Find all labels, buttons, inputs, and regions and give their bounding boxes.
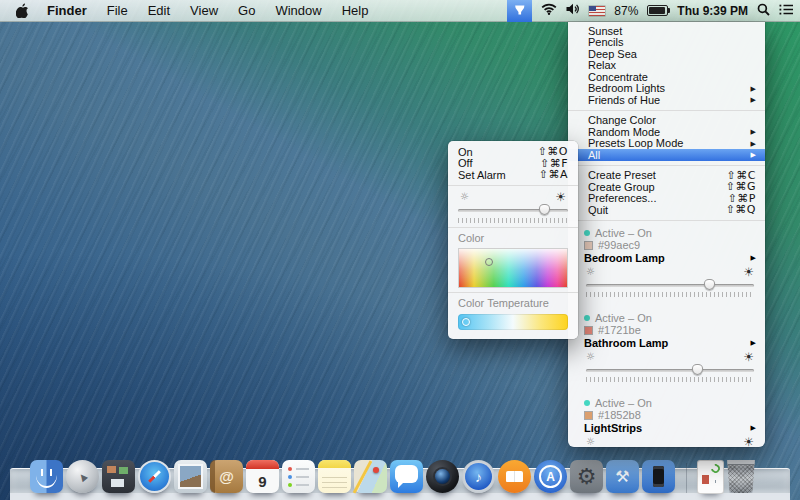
brightness-dim-icon: ☼: [460, 192, 469, 202]
menu-item-label: Change Color: [588, 114, 656, 126]
temperature-marker[interactable]: [462, 318, 470, 326]
light-hex-label: #1721be: [598, 324, 641, 336]
active-status-dot: [584, 230, 590, 236]
menu-go[interactable]: Go: [228, 0, 265, 22]
menu-item-relax[interactable]: Relax: [568, 60, 765, 72]
calendar-day-number: 9: [246, 469, 279, 493]
light-name-row[interactable]: LightStrips▶: [584, 422, 756, 435]
color-picker-marker[interactable]: [485, 258, 493, 266]
light-name-row[interactable]: Bathroom Lamp▶: [584, 337, 756, 350]
dock-messages-icon[interactable]: [390, 460, 423, 493]
menu-item-label: Preferences...: [588, 192, 656, 204]
battery-icon[interactable]: [647, 5, 668, 16]
menu-item-quit[interactable]: Quit⇧⌘Q: [568, 204, 765, 216]
slider-thumb[interactable]: [692, 364, 703, 375]
apple-menu-icon[interactable]: [6, 0, 37, 21]
slider-ticks: [586, 377, 754, 382]
dock-reminders-icon[interactable]: [282, 460, 315, 493]
menu-item-deep-sea[interactable]: Deep Sea: [568, 48, 765, 60]
menu-item-sunset[interactable]: Sunset: [568, 25, 765, 37]
dock-trash-icon[interactable]: [726, 460, 756, 493]
dock-safari-icon[interactable]: [138, 460, 171, 493]
brightness-slider[interactable]: [458, 204, 568, 216]
menu-bar-status-area: 87% Thu 9:39 PM: [507, 0, 794, 21]
menu-item-label: Relax: [588, 59, 616, 71]
dock-finder-icon[interactable]: [30, 460, 63, 493]
menu-item-label: Off: [458, 157, 472, 169]
light-status-row: Active – On: [584, 227, 756, 239]
menu-view[interactable]: View: [180, 0, 228, 22]
dock-notes-icon[interactable]: [318, 460, 351, 493]
menu-item-label: Random Mode: [588, 126, 660, 138]
dock-photo-booth-icon[interactable]: [426, 460, 459, 493]
color-picker[interactable]: [458, 248, 568, 288]
dock-document-icon[interactable]: [698, 461, 723, 493]
menu-separator: [448, 227, 578, 228]
dock-mission-control-icon[interactable]: [102, 460, 135, 493]
dock-contacts-icon[interactable]: [210, 460, 243, 493]
menu-item-label: All: [588, 149, 600, 161]
desktop: Finder File Edit View Go Window Help 87%…: [0, 0, 800, 500]
dock-calendar-icon[interactable]: 9: [246, 460, 279, 493]
dock-separator: [686, 463, 687, 493]
menu-item-all-highlighted[interactable]: All▶: [568, 149, 765, 161]
menu-item-concentrate[interactable]: Concentrate: [568, 71, 765, 83]
clock[interactable]: Thu 9:39 PM: [677, 4, 748, 18]
color-section-label: Color: [448, 232, 578, 244]
menu-finder[interactable]: Finder: [37, 0, 97, 22]
hue-dropdown-menu: Sunset Pencils Deep Sea Relax Concentrat…: [568, 22, 765, 447]
light-color-row: #1852b8: [584, 409, 756, 422]
dock-ibooks-icon[interactable]: [498, 460, 531, 493]
slider-track: [586, 369, 754, 372]
menu-item-pencils[interactable]: Pencils: [568, 37, 765, 49]
submenu-arrow-icon: ▶: [751, 85, 756, 92]
brightness-icons-row: ☼☀: [584, 435, 756, 448]
menu-item-presets-loop-mode[interactable]: Presets Loop Mode▶: [568, 138, 765, 150]
menu-item-label: Create Preset: [588, 169, 656, 181]
brightness-slider[interactable]: [586, 364, 754, 376]
dock-mail-icon[interactable]: [174, 460, 207, 493]
light-name-row[interactable]: Bedroom Lamp▶: [584, 252, 756, 265]
dock-itunes-icon[interactable]: [462, 460, 495, 493]
menu-file[interactable]: File: [97, 0, 138, 22]
spotlight-icon[interactable]: [757, 3, 770, 19]
menu-separator: [448, 292, 578, 293]
dock-system-preferences-icon[interactable]: [570, 460, 603, 493]
menu-item-random-mode[interactable]: Random Mode▶: [568, 126, 765, 138]
submenu-item-set-alarm[interactable]: Set Alarm⇧⌘A: [448, 169, 578, 181]
menu-item-bedroom-lights[interactable]: Bedroom Lights▶: [568, 83, 765, 95]
menu-edit[interactable]: Edit: [138, 0, 180, 22]
dock-launchpad-icon[interactable]: [66, 460, 99, 493]
submenu-arrow-icon: ▶: [751, 128, 756, 135]
brightness-slider[interactable]: [586, 279, 754, 291]
menu-separator: [448, 185, 578, 186]
dock-xcode-icon[interactable]: [606, 460, 639, 493]
light-status-text: Active – On: [595, 312, 652, 324]
color-swatch[interactable]: [584, 326, 593, 335]
color-swatch[interactable]: [584, 411, 593, 420]
menu-help[interactable]: Help: [332, 0, 379, 22]
color-temperature-slider[interactable]: [458, 314, 568, 330]
menu-item-friends-of-hue[interactable]: Friends of Hue▶: [568, 94, 765, 106]
dock-app-store-icon[interactable]: [534, 460, 567, 493]
submenu-arrow-icon: ▶: [751, 140, 756, 147]
volume-icon[interactable]: [566, 3, 580, 18]
input-language-flag-icon[interactable]: [589, 6, 605, 16]
slider-thumb[interactable]: [704, 279, 715, 290]
slider-thumb[interactable]: [539, 204, 550, 215]
menu-window[interactable]: Window: [265, 0, 331, 22]
hue-menubar-icon[interactable]: [507, 0, 532, 22]
menu-bar-left: Finder File Edit View Go Window Help: [6, 0, 378, 21]
dock-ios-simulator-icon[interactable]: [642, 460, 675, 493]
menu-bar: Finder File Edit View Go Window Help 87%…: [0, 0, 800, 22]
submenu-arrow-icon: ▶: [751, 151, 756, 158]
dock-maps-icon[interactable]: [354, 460, 387, 493]
light-color-row: #99aec9: [584, 239, 756, 252]
notification-center-icon[interactable]: [779, 4, 794, 18]
light-status-row: Active – On: [584, 312, 756, 324]
color-swatch[interactable]: [584, 241, 593, 250]
light-hex-label: #1852b8: [598, 409, 641, 421]
wifi-icon[interactable]: [541, 3, 557, 18]
slider-track: [586, 284, 754, 287]
menu-item-change-color[interactable]: Change Color: [568, 115, 765, 127]
